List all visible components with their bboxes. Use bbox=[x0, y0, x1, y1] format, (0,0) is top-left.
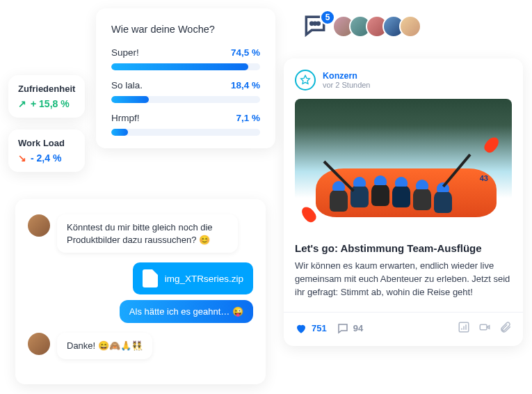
post-footer: 751 94 bbox=[284, 312, 523, 336]
post-card: Konzern vor 2 Stunden 43 Let's go: Absti… bbox=[284, 58, 523, 346]
kpi-satisfaction-label: Zufriedenheit bbox=[18, 84, 75, 94]
post-header: Konzern vor 2 Stunden bbox=[284, 70, 523, 99]
comment-icon bbox=[337, 322, 349, 335]
poll-option-label: So lala. bbox=[111, 80, 143, 90]
chat-bubble-in: Könntest du mir bitte gleich noch die Pr… bbox=[57, 214, 238, 253]
poll-bar-fill bbox=[111, 63, 248, 70]
poll-bar-fill bbox=[111, 96, 149, 103]
kpi-workload-card: Work Load ↘ - 2,4 % bbox=[8, 129, 85, 172]
poll-option-pct: 7,1 % bbox=[236, 113, 260, 123]
chat-message-out: img_XTRseries.zip Als hätte ich es geahn… bbox=[28, 262, 253, 323]
chat-card: Könntest du mir bitte gleich noch die Pr… bbox=[15, 199, 266, 384]
kpi-satisfaction-value: ↗ + 15,8 % bbox=[18, 98, 75, 109]
attachment-icon[interactable] bbox=[499, 321, 512, 336]
post-body: Wir können es kaum erwarten, endlich wie… bbox=[284, 260, 523, 309]
file-name: img_XTRseries.zip bbox=[165, 274, 243, 284]
heart-icon bbox=[295, 322, 307, 335]
file-icon bbox=[143, 269, 158, 287]
poll-bar-bg bbox=[111, 129, 260, 136]
poll-option[interactable]: So lala. 18,4 % bbox=[111, 80, 260, 103]
chat-badge: 5 bbox=[320, 10, 335, 25]
comment-count: 94 bbox=[353, 323, 363, 333]
poll-option-pct: 74,5 % bbox=[231, 47, 260, 58]
poll-icon[interactable] bbox=[458, 321, 470, 336]
svg-point-0 bbox=[311, 22, 313, 24]
like-button[interactable]: 751 bbox=[295, 322, 327, 335]
poll-card: Wie war deine Woche? Super! 74,5 % So la… bbox=[96, 8, 275, 148]
poll-option[interactable]: Hrmpf! 7,1 % bbox=[111, 113, 260, 136]
kpi-workload-label: Work Load bbox=[18, 138, 75, 148]
svg-point-1 bbox=[314, 22, 316, 24]
post-time: vor 2 Stunden bbox=[323, 81, 371, 89]
raft-number: 43 bbox=[480, 174, 488, 182]
avatar[interactable] bbox=[28, 333, 50, 355]
poll-option-label: Super! bbox=[111, 47, 139, 58]
chat-message-in: Könntest du mir bitte gleich noch die Pr… bbox=[28, 214, 253, 253]
star-badge-icon bbox=[295, 70, 316, 90]
post-title: Let's go: Abstimmung Team-Ausflüge bbox=[284, 231, 523, 260]
file-attachment[interactable]: img_XTRseries.zip bbox=[133, 262, 253, 294]
reactions-bar: 5 bbox=[300, 13, 421, 40]
chat-bubble-in: Danke! 😄🙈🙏👯 bbox=[57, 333, 152, 359]
chat-message-in: Danke! 😄🙈🙏👯 bbox=[28, 333, 253, 359]
post-author[interactable]: Konzern bbox=[323, 71, 371, 81]
arrow-up-icon: ↗ bbox=[18, 98, 26, 109]
svg-rect-4 bbox=[480, 324, 487, 330]
kpi-satisfaction-card: Zufriedenheit ↗ + 15,8 % bbox=[8, 75, 85, 118]
avatar[interactable] bbox=[28, 214, 50, 237]
kpi-workload-number: - 2,4 % bbox=[31, 152, 61, 164]
chat-bubble-out: Als hätte ich es geahnt… 😜 bbox=[120, 300, 253, 323]
comment-button[interactable]: 94 bbox=[337, 322, 363, 335]
arrow-down-icon: ↘ bbox=[18, 152, 26, 164]
avatar[interactable] bbox=[399, 15, 421, 38]
chat-bubble-icon[interactable]: 5 bbox=[300, 13, 334, 40]
svg-point-2 bbox=[317, 22, 319, 24]
poll-option-label: Hrmpf! bbox=[111, 113, 140, 123]
poll-bar-fill bbox=[111, 129, 128, 136]
poll-bar-bg bbox=[111, 63, 260, 70]
poll-option-pct: 18,4 % bbox=[231, 80, 260, 90]
kpi-satisfaction-number: + 15,8 % bbox=[31, 98, 70, 109]
post-image[interactable]: 43 bbox=[295, 99, 512, 231]
video-icon[interactable] bbox=[478, 321, 491, 336]
like-count: 751 bbox=[312, 323, 327, 333]
poll-option[interactable]: Super! 74,5 % bbox=[111, 47, 260, 70]
poll-title: Wie war deine Woche? bbox=[111, 24, 260, 35]
kpi-workload-value: ↘ - 2,4 % bbox=[18, 152, 75, 164]
poll-bar-bg bbox=[111, 96, 260, 103]
